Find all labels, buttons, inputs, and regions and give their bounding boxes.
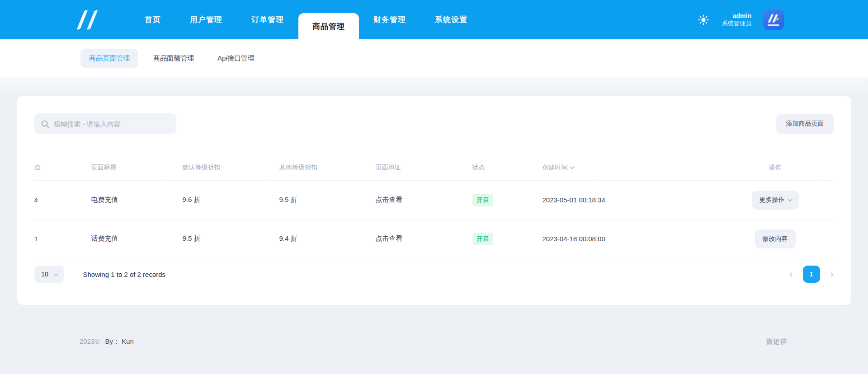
pagination-summary: Showing 1 to 2 of 2 records bbox=[83, 271, 166, 278]
nav-item-home[interactable]: 首页 bbox=[130, 0, 175, 39]
page-size-value: 10 bbox=[41, 271, 48, 278]
cell-page-link[interactable]: 点击查看 bbox=[376, 196, 472, 204]
copyright-year: 2023© bbox=[80, 337, 99, 345]
col-actions: 操作 bbox=[717, 164, 834, 172]
chevron-down-icon bbox=[788, 197, 792, 201]
sort-chevron-down-icon bbox=[570, 164, 574, 169]
cell-status: 开启 bbox=[472, 233, 542, 245]
search-icon bbox=[41, 120, 49, 128]
prev-page-icon[interactable]: ‹ bbox=[789, 269, 793, 279]
nav-item-orders[interactable]: 订单管理 bbox=[237, 0, 298, 39]
pagination-controls: ‹ 1 › bbox=[789, 266, 834, 283]
more-actions-button[interactable]: 更多操作 bbox=[752, 191, 799, 210]
edit-content-button[interactable]: 修改内容 bbox=[755, 229, 796, 248]
cell-page-link[interactable]: 点击查看 bbox=[376, 234, 472, 243]
cell-actions: 更多操作 bbox=[717, 191, 834, 210]
products-table: ID 页面标题 默认等级折扣 其他等级折扣 页面地址 状态 创建时间 操作 4 … bbox=[34, 154, 834, 258]
chevron-down-icon bbox=[54, 271, 58, 276]
cell-title: 电费充值 bbox=[91, 196, 183, 204]
main-nav: 首页 用户管理 订单管理 商品管理 财务管理 系统设置 bbox=[130, 0, 482, 39]
search-input[interactable] bbox=[54, 120, 170, 128]
cell-actions: 修改内容 bbox=[717, 229, 834, 248]
page-size-select[interactable]: 10 bbox=[34, 266, 64, 283]
user-name: admin bbox=[722, 12, 751, 20]
col-status: 状态 bbox=[472, 164, 542, 172]
add-product-page-button[interactable]: 添加商品页面 bbox=[776, 114, 834, 134]
top-header: 首页 用户管理 订单管理 商品管理 财务管理 系统设置 admin 系统管理员 bbox=[0, 0, 868, 39]
cell-other-discount: 9.5 折 bbox=[279, 196, 376, 204]
cell-default-discount: 9.6 折 bbox=[183, 196, 279, 204]
table-row: 4 电费充值 9.6 折 9.5 折 点击查看 开启 2023-05-01 00… bbox=[34, 181, 834, 220]
page-footer: 2023© By： Kun 微短信 bbox=[80, 337, 787, 346]
footer-link[interactable]: 微短信 bbox=[766, 337, 787, 346]
page-number-button[interactable]: 1 bbox=[803, 266, 820, 283]
cell-default-discount: 9.5 折 bbox=[183, 234, 279, 243]
toolbar: 添加商品页面 bbox=[34, 113, 834, 134]
nav-item-products[interactable]: 商品管理 bbox=[298, 13, 359, 39]
table-header-row: ID 页面标题 默认等级折扣 其他等级折扣 页面地址 状态 创建时间 操作 bbox=[34, 154, 834, 181]
header-right: admin 系统管理员 bbox=[697, 0, 784, 39]
subnav-tabs: 商品页面管理 商品面额管理 Api接口管理 bbox=[0, 39, 868, 77]
cell-created-at: 2023-04-18 00:08:00 bbox=[542, 235, 717, 243]
nav-item-finance[interactable]: 财务管理 bbox=[359, 0, 420, 39]
avatar[interactable] bbox=[763, 9, 784, 30]
col-id: ID bbox=[34, 164, 91, 171]
cell-other-discount: 9.4 折 bbox=[279, 234, 376, 243]
tab-product-denominations[interactable]: 商品面额管理 bbox=[145, 49, 203, 68]
nav-item-users[interactable]: 用户管理 bbox=[175, 0, 237, 39]
col-created-at-label: 创建时间 bbox=[542, 164, 568, 172]
pagination-bar: 10 Showing 1 to 2 of 2 records ‹ 1 › bbox=[34, 266, 834, 283]
col-title: 页面标题 bbox=[91, 164, 183, 172]
col-page-link: 页面地址 bbox=[376, 164, 472, 172]
cell-status: 开启 bbox=[472, 194, 542, 206]
col-default-discount: 默认等级折扣 bbox=[183, 164, 279, 172]
table-row: 1 话费充值 9.5 折 9.4 折 点击查看 开启 2023-04-18 00… bbox=[34, 220, 834, 258]
cell-id: 4 bbox=[34, 196, 91, 204]
content-card: 添加商品页面 ID 页面标题 默认等级折扣 其他等级折扣 页面地址 状态 创建时… bbox=[17, 96, 851, 305]
app-logo-icon[interactable] bbox=[71, 0, 103, 39]
tab-api-management[interactable]: Api接口管理 bbox=[209, 49, 263, 68]
cell-title: 话费充值 bbox=[91, 234, 183, 243]
nav-item-settings[interactable]: 系统设置 bbox=[420, 0, 482, 39]
col-other-discount: 其他等级折扣 bbox=[279, 164, 376, 172]
status-badge: 开启 bbox=[472, 194, 493, 206]
footer-author: By： Kun bbox=[105, 337, 133, 346]
footer-copyright: 2023© By： Kun bbox=[80, 337, 134, 346]
status-badge: 开启 bbox=[472, 233, 493, 245]
tab-product-pages[interactable]: 商品页面管理 bbox=[80, 49, 138, 68]
user-role: 系统管理员 bbox=[722, 20, 751, 27]
col-created-at-sort[interactable]: 创建时间 bbox=[542, 164, 717, 172]
cell-id: 1 bbox=[34, 235, 91, 243]
next-page-icon[interactable]: › bbox=[830, 269, 834, 279]
search-box bbox=[34, 113, 176, 134]
cell-created-at: 2023-05-01 00:18:34 bbox=[542, 196, 717, 204]
theme-toggle-sun-icon[interactable] bbox=[697, 13, 710, 27]
user-info: admin 系统管理员 bbox=[722, 12, 751, 28]
subnav-fade bbox=[0, 77, 868, 96]
